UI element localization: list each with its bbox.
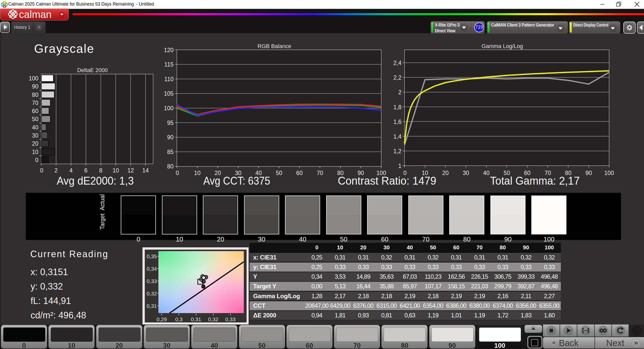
svg-text:95: 95 (167, 120, 174, 126)
svg-text:110: 110 (164, 76, 174, 82)
svg-text:10: 10 (112, 167, 119, 174)
svg-text:0,33: 0,33 (147, 278, 157, 284)
svg-text:30: 30 (32, 132, 38, 139)
svg-text:105: 105 (164, 90, 174, 97)
svg-text:1: 1 (398, 163, 401, 169)
svg-text:4: 4 (69, 167, 73, 174)
svg-text:100: 100 (604, 170, 614, 176)
svg-text:14: 14 (142, 167, 149, 174)
svg-text:0: 0 (35, 157, 38, 163)
svg-text:0: 0 (403, 170, 407, 176)
svg-text:50: 50 (276, 170, 282, 176)
svg-text:2,4: 2,4 (393, 60, 401, 66)
svg-text:1,8: 1,8 (393, 104, 401, 111)
svg-text:100: 100 (29, 75, 38, 82)
svg-text:0: 0 (40, 167, 43, 174)
svg-text:20: 20 (442, 170, 449, 176)
svg-text:0,29: 0,29 (157, 316, 167, 322)
svg-text:0,34: 0,34 (147, 266, 157, 272)
svg-text:0,32: 0,32 (208, 316, 219, 322)
svg-text:10: 10 (32, 149, 38, 155)
svg-text:60: 60 (296, 170, 303, 176)
svg-text:115: 115 (164, 61, 174, 68)
svg-text:100: 100 (164, 105, 174, 112)
svg-text:0,31: 0,31 (147, 303, 157, 309)
svg-text:10: 10 (422, 170, 428, 176)
svg-text:1,6: 1,6 (393, 119, 401, 125)
svg-text:0,35: 0,35 (147, 253, 157, 259)
svg-text:10: 10 (194, 170, 201, 176)
svg-text:80: 80 (32, 92, 38, 98)
svg-text:DeltaE 2000: DeltaE 2000 (77, 67, 108, 73)
svg-text:RGB Balance: RGB Balance (257, 43, 291, 49)
svg-text:2,2: 2,2 (393, 74, 401, 81)
svg-text:85: 85 (167, 149, 174, 155)
svg-text:Avg dE2000: 1,3: Avg dE2000: 1,3 (57, 174, 134, 187)
svg-text:80: 80 (167, 163, 174, 170)
svg-text:90: 90 (167, 134, 174, 141)
svg-text:20: 20 (32, 140, 38, 147)
svg-text:1,2: 1,2 (393, 148, 401, 155)
svg-text:40: 40 (483, 170, 490, 176)
svg-text:2: 2 (398, 89, 401, 96)
svg-text:90: 90 (585, 170, 592, 176)
svg-text:12: 12 (127, 167, 134, 174)
svg-text:6: 6 (84, 167, 88, 174)
svg-text:90: 90 (32, 83, 38, 90)
svg-text:8: 8 (99, 167, 103, 174)
svg-text:30: 30 (463, 170, 469, 176)
svg-text:Avg CCT: 6375: Avg CCT: 6375 (203, 174, 270, 187)
svg-text:Total Gamma: 2,17: Total Gamma: 2,17 (490, 174, 580, 187)
svg-text:2: 2 (55, 167, 58, 174)
svg-text:0,33: 0,33 (225, 316, 236, 322)
svg-text:50: 50 (32, 116, 38, 122)
svg-text:0,31: 0,31 (191, 316, 201, 322)
svg-text:40: 40 (32, 124, 38, 131)
svg-text:70: 70 (32, 100, 38, 106)
svg-text:70: 70 (317, 170, 323, 176)
svg-text:Gamma Log/Log: Gamma Log/Log (482, 43, 523, 49)
svg-text:120: 120 (164, 47, 174, 53)
svg-text:1,4: 1,4 (393, 133, 401, 140)
svg-text:0,3: 0,3 (175, 316, 182, 322)
svg-text:60: 60 (32, 108, 38, 114)
svg-text:0: 0 (176, 170, 179, 176)
svg-text:0,32: 0,32 (147, 291, 157, 296)
